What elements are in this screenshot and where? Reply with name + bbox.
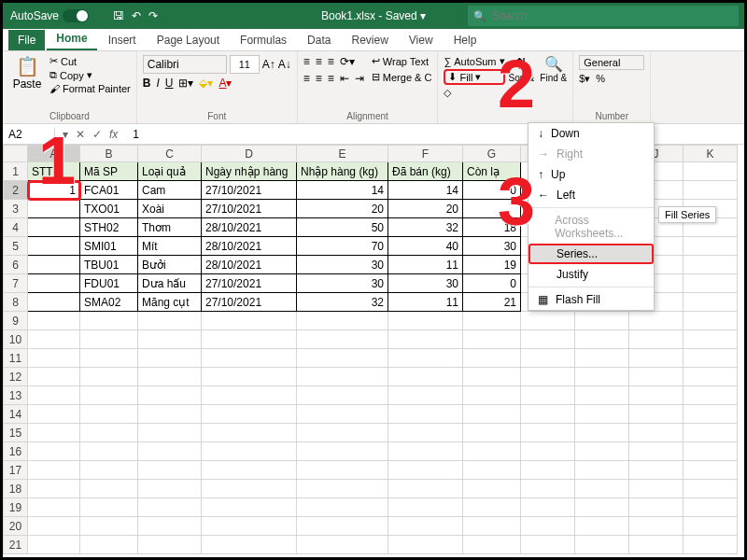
- cell-D11[interactable]: [202, 349, 297, 368]
- cell-E4[interactable]: 50: [297, 218, 388, 237]
- cell-I15[interactable]: [575, 424, 629, 442]
- tab-data[interactable]: Data: [298, 30, 340, 50]
- cell-I14[interactable]: [575, 405, 629, 424]
- cell-J10[interactable]: [629, 330, 684, 349]
- cell-C5[interactable]: Mít: [138, 237, 202, 256]
- cell-F21[interactable]: [388, 536, 463, 554]
- row-header-18[interactable]: 18: [4, 480, 28, 498]
- cell-H13[interactable]: [521, 386, 575, 405]
- fx-icon[interactable]: ✓: [92, 128, 102, 141]
- cell-J9[interactable]: [629, 312, 684, 330]
- cell-E19[interactable]: [297, 498, 388, 517]
- orientation-icon[interactable]: ⟳▾: [340, 55, 355, 68]
- cell-I20[interactable]: [575, 517, 629, 536]
- copy-button[interactable]: ⧉Copy▾: [49, 69, 131, 81]
- tab-view[interactable]: View: [400, 30, 443, 50]
- col-header-K[interactable]: K: [684, 146, 738, 162]
- cell-J16[interactable]: [629, 442, 684, 461]
- font-color-button[interactable]: A▾: [218, 77, 232, 90]
- cell-F14[interactable]: [388, 405, 463, 424]
- fill-up-item[interactable]: ↑Up: [529, 164, 654, 185]
- cell-G11[interactable]: [463, 349, 521, 368]
- clear-button[interactable]: ◇: [444, 87, 504, 99]
- cell-H12[interactable]: [521, 368, 575, 386]
- cell-E2[interactable]: 14: [297, 181, 388, 200]
- bold-button[interactable]: B: [143, 77, 151, 90]
- cancel-formula-icon[interactable]: ▾: [63, 128, 68, 141]
- cell-A21[interactable]: [28, 536, 80, 554]
- cell-C6[interactable]: Bưởi: [138, 256, 202, 274]
- cell-I21[interactable]: [575, 536, 629, 554]
- cell-E12[interactable]: [297, 368, 388, 386]
- tab-review[interactable]: Review: [342, 30, 397, 50]
- cell-D20[interactable]: [202, 517, 297, 536]
- paste-button[interactable]: 📋 Paste: [8, 55, 46, 94]
- cell-A13[interactable]: [28, 386, 80, 405]
- cell-H9[interactable]: [521, 312, 575, 330]
- fill-left-item[interactable]: ←Left: [529, 185, 654, 205]
- cell-G3[interactable]: [463, 200, 521, 218]
- cell-C7[interactable]: Dưa hấu: [138, 274, 202, 293]
- cell-F6[interactable]: 11: [388, 256, 463, 274]
- row-header-12[interactable]: 12: [4, 368, 28, 386]
- cell-J17[interactable]: [629, 461, 684, 480]
- cell-K16[interactable]: [684, 442, 738, 461]
- cell-B18[interactable]: [80, 480, 138, 498]
- cell-I19[interactable]: [575, 498, 629, 517]
- row-header-3[interactable]: 3: [4, 200, 28, 218]
- cell-G6[interactable]: 19: [463, 256, 521, 274]
- border-button[interactable]: ⊞▾: [178, 77, 193, 90]
- cell-D12[interactable]: [202, 368, 297, 386]
- cell-A16[interactable]: [28, 442, 80, 461]
- cell-C1[interactable]: Loại quả: [138, 162, 202, 181]
- cell-J18[interactable]: [629, 480, 684, 498]
- cell-J14[interactable]: [629, 405, 684, 424]
- flash-fill-item[interactable]: ▦Flash Fill: [529, 289, 654, 310]
- row-header-20[interactable]: 20: [4, 517, 28, 536]
- cell-G9[interactable]: [463, 312, 521, 330]
- cell-C2[interactable]: Cam: [138, 181, 202, 200]
- cell-F15[interactable]: [388, 424, 463, 442]
- align-bottom-icon[interactable]: ≡: [328, 55, 334, 68]
- cell-F17[interactable]: [388, 461, 463, 480]
- cell-J21[interactable]: [629, 536, 684, 554]
- cell-H14[interactable]: [521, 405, 575, 424]
- indent-dec-icon[interactable]: ⇤: [340, 72, 349, 85]
- cell-I9[interactable]: [575, 312, 629, 330]
- row-header-2[interactable]: 2: [4, 181, 28, 200]
- cell-C4[interactable]: Thơm: [138, 218, 202, 237]
- cell-I16[interactable]: [575, 442, 629, 461]
- col-header-G[interactable]: G: [463, 146, 521, 162]
- decrease-font-icon[interactable]: A↓: [278, 58, 291, 71]
- font-size-select[interactable]: 11: [230, 55, 260, 74]
- cell-F8[interactable]: 11: [388, 293, 463, 312]
- cell-B2[interactable]: FCA01: [80, 181, 138, 200]
- cell-D16[interactable]: [202, 442, 297, 461]
- cell-A14[interactable]: [28, 405, 80, 424]
- cell-E21[interactable]: [297, 536, 388, 554]
- cell-B11[interactable]: [80, 349, 138, 368]
- cell-C9[interactable]: [138, 312, 202, 330]
- cell-C11[interactable]: [138, 349, 202, 368]
- row-header-16[interactable]: 16: [4, 442, 28, 461]
- cell-H20[interactable]: [521, 517, 575, 536]
- cell-H19[interactable]: [521, 498, 575, 517]
- cell-C10[interactable]: [138, 330, 202, 349]
- cell-K15[interactable]: [684, 424, 738, 442]
- cell-B17[interactable]: [80, 461, 138, 480]
- cell-F11[interactable]: [388, 349, 463, 368]
- cell-G17[interactable]: [463, 461, 521, 480]
- cell-I11[interactable]: [575, 349, 629, 368]
- cell-B20[interactable]: [80, 517, 138, 536]
- increase-font-icon[interactable]: A↑: [262, 58, 275, 71]
- cell-B15[interactable]: [80, 424, 138, 442]
- cell-G13[interactable]: [463, 386, 521, 405]
- cell-A18[interactable]: [28, 480, 80, 498]
- row-header-17[interactable]: 17: [4, 461, 28, 480]
- enter-formula-icon[interactable]: ✕: [76, 128, 85, 141]
- cell-K7[interactable]: [684, 274, 738, 293]
- cell-G10[interactable]: [463, 330, 521, 349]
- autosum-button[interactable]: ∑AutoSum▾: [444, 55, 504, 67]
- row-header-1[interactable]: 1: [4, 162, 28, 181]
- tab-home[interactable]: Home: [47, 28, 96, 50]
